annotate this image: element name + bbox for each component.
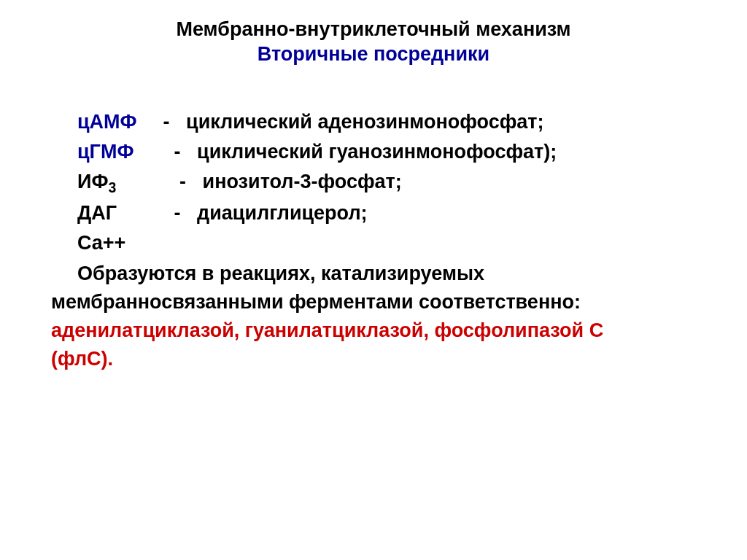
- definition-ca: Са++: [51, 229, 711, 257]
- spacer: [163, 202, 169, 224]
- spacer: [163, 171, 174, 192]
- abbr-ip3-sub: 3: [108, 179, 116, 195]
- abbr-ip3-pre: ИФ: [77, 171, 108, 192]
- expansion-camp-text: циклический аденозинмонофосфат;: [186, 111, 543, 133]
- dash: -: [163, 108, 170, 136]
- para-red-2: (флС).: [51, 348, 113, 370]
- dash: -: [174, 138, 181, 166]
- para-black-1: Образуются в реакциях, катализируемых: [77, 262, 484, 284]
- abbr-ca: Са++: [51, 229, 158, 257]
- expansion-ip3: инозитол-3-фосфат;: [192, 171, 402, 192]
- expansion-cgmp-text: циклический гуанозинмонофосфат);: [197, 141, 557, 163]
- slide-body: цАМФ - циклический аденозинмонофосфат; ц…: [22, 108, 725, 374]
- definition-ip3: ИФ3 - инозитол-3-фосфат;: [51, 168, 711, 198]
- abbr-ip3: ИФ3: [51, 168, 158, 198]
- abbr-dag: ДАГ: [51, 199, 158, 228]
- expansion-cgmp: циклический гуанозинмонофосфат);: [186, 141, 557, 163]
- definition-cgmp: цГМФ - циклический гуанозинмонофосфат);: [51, 138, 711, 166]
- abbr-camp: цАМФ: [51, 108, 158, 136]
- dash: -: [174, 199, 181, 228]
- slide-title: Мембранно-внутриклеточный механизм Втори…: [22, 18, 725, 67]
- paragraph: Образуются в реакциях, катализируемых ме…: [51, 260, 711, 374]
- spacer: [163, 141, 169, 163]
- title-line-2: Вторичные посредники: [22, 42, 725, 67]
- expansion-dag: диацилглицерол;: [186, 202, 368, 224]
- expansion-ip3-text: инозитол-3-фосфат;: [203, 171, 402, 192]
- definition-dag: ДАГ - диацилглицерол;: [51, 199, 711, 228]
- title-line-1: Мембранно-внутриклеточный механизм: [22, 18, 725, 42]
- para-red-1: аденилатциклазой, гуанилатциклазой, фосф…: [51, 319, 603, 341]
- slide: Мембранно-внутриклеточный механизм Втори…: [0, 0, 747, 560]
- para-black-2: мембранносвязанными ферментами соответст…: [51, 291, 581, 313]
- dash: -: [179, 168, 186, 196]
- abbr-cgmp: цГМФ: [51, 138, 158, 166]
- expansion-dag-text: диацилглицерол;: [197, 202, 368, 224]
- expansion-camp: циклический аденозинмонофосфат;: [175, 111, 544, 133]
- definition-camp: цАМФ - циклический аденозинмонофосфат;: [51, 108, 711, 136]
